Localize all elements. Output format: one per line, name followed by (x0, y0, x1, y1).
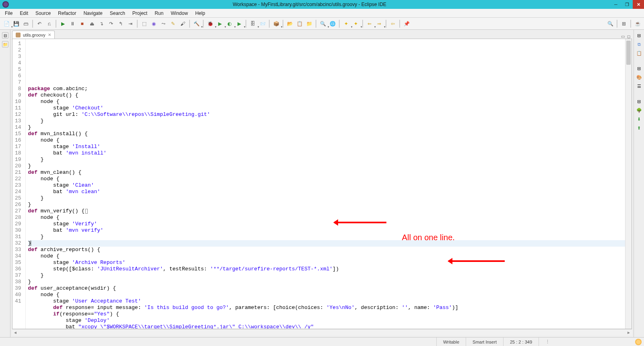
step-over-icon[interactable]: ↷ (107, 20, 115, 28)
build-icon[interactable]: 🔨▾ (192, 20, 200, 28)
code-line[interactable]: } (28, 124, 625, 131)
code-line[interactable]: stage 'Install' (28, 144, 625, 150)
menu-source[interactable]: Source (32, 10, 54, 17)
properties-icon[interactable]: ☰ (636, 83, 642, 89)
undo-icon[interactable]: ↶ (35, 20, 43, 28)
maximize-button[interactable] (621, 0, 633, 9)
vertical-scrollbar[interactable] (625, 39, 632, 329)
code-line[interactable]: } (28, 234, 625, 240)
menu-refactor[interactable]: Refactor (55, 10, 79, 17)
save-icon[interactable]: 💾 (12, 20, 20, 28)
outline-icon[interactable]: ⧉ (636, 41, 642, 47)
code-line[interactable]: bat 'mvn verify' (28, 227, 625, 234)
debug-resume-icon[interactable]: ▶ (59, 20, 67, 28)
code-line[interactable]: node { (28, 99, 625, 105)
code-content[interactable]: package com.abcinc;def checkout() { node… (26, 39, 625, 329)
code-line[interactable]: package com.abcinc; (28, 86, 625, 92)
code-line[interactable]: stage 'Verify' (28, 221, 625, 227)
wand-icon[interactable]: ✎ (169, 20, 177, 28)
code-line[interactable]: git url: 'C:\\Software\\repos\\SimpleGre… (28, 111, 625, 118)
scroll-left-icon[interactable]: ◄ (12, 330, 19, 335)
debug-icon[interactable]: 🐞▾ (206, 20, 214, 28)
code-line[interactable]: def mvn_clean() { (28, 169, 625, 176)
menu-search[interactable]: Search (107, 10, 128, 17)
java-perspective-icon[interactable]: ☕ (634, 20, 642, 28)
next-annotation-icon[interactable]: ✦▾ (352, 20, 360, 28)
code-line[interactable]: } (28, 157, 625, 163)
menu-run[interactable]: Run (151, 10, 167, 17)
step-into-icon[interactable]: ↴ (97, 20, 105, 28)
menu-file[interactable]: File (2, 10, 16, 17)
code-line[interactable]: } (28, 272, 625, 279)
code-line[interactable]: } (28, 202, 625, 208)
code-line[interactable]: stage 'Deploy' (28, 317, 625, 324)
new-package-icon[interactable]: 📦▾ (272, 20, 280, 28)
code-line[interactable]: node { (28, 214, 625, 221)
back-icon[interactable]: ⇐▾ (365, 20, 374, 28)
debug-pause-icon[interactable]: ⏸ (68, 20, 76, 28)
new-icon[interactable]: 📄▾ (2, 20, 10, 28)
menu-project[interactable]: Project (129, 10, 151, 17)
code-line[interactable]: step([$class: 'JUnitResultArchiver', tes… (28, 266, 625, 272)
code-line[interactable]: stage 'Archive Reports' (28, 260, 625, 266)
code-line[interactable]: def checkout() { (28, 92, 625, 99)
menu-navigate[interactable]: Navigate (80, 10, 105, 17)
code-line[interactable]: stage 'User Acceptance Test' (28, 298, 625, 305)
scrollbar-thumb[interactable] (626, 41, 631, 65)
step-return-icon[interactable]: ↰ (117, 20, 125, 28)
code-line[interactable]: node { (28, 292, 625, 298)
search-icon[interactable]: 🔍▾ (319, 20, 327, 28)
skip-breakpoints-icon[interactable]: ⤳ (159, 20, 167, 28)
code-line[interactable]: def response= input message: 'Is this bu… (28, 305, 625, 311)
palette-icon[interactable]: 🎨 (636, 74, 642, 80)
code-line[interactable]: def mvn_install() { (28, 131, 625, 137)
drop-to-frame-icon[interactable]: ⇥ (126, 20, 134, 28)
coverage-icon[interactable]: ◐▾ (225, 20, 233, 28)
open-perspective-icon[interactable]: ⊞ (620, 20, 628, 28)
instruction-pointer-icon[interactable]: ⬚ (140, 20, 148, 28)
open-resource-icon[interactable]: 📁 (305, 20, 313, 28)
code-line[interactable]: bat 'mvn clean' (28, 189, 625, 195)
quick-access-icon[interactable]: 🔍 (606, 20, 614, 28)
open-type-icon[interactable]: 📂 (286, 20, 294, 28)
paint-icon[interactable]: 🖌 (179, 20, 187, 28)
restore-view-icon[interactable]: ⊟ (2, 32, 8, 39)
close-button[interactable] (633, 0, 644, 9)
code-line[interactable]: stage 'Checkout' (28, 105, 625, 111)
external-tools-icon[interactable]: ▶▾ (235, 20, 243, 28)
last-edit-icon[interactable]: ⇦ (389, 20, 397, 28)
code-editor[interactable]: 1234567891011121314151617181920212223242… (12, 39, 632, 329)
run-icon[interactable]: ▶▾ (216, 20, 224, 28)
redo-icon[interactable]: ⎌ (45, 20, 53, 28)
web-icon[interactable]: 🌐 (328, 20, 336, 28)
code-line[interactable]: } (28, 279, 625, 285)
menu-help[interactable]: Help (192, 10, 208, 17)
breakpoint-icon[interactable]: ◉ (150, 20, 158, 28)
minimize-editor-icon[interactable]: ▭ (621, 34, 625, 39)
save-all-icon[interactable]: 🗃 (22, 20, 30, 28)
open-task-icon[interactable]: 📋 (295, 20, 303, 28)
code-line[interactable]: if(response=="Yes") { (28, 311, 625, 317)
new-server-icon[interactable]: 🗄▾ (249, 20, 257, 28)
code-line[interactable]: } (28, 163, 625, 169)
deploy-icon[interactable]: 📨 (258, 20, 266, 28)
code-line[interactable]: def mvn_verify() { (28, 208, 625, 214)
close-tab-icon[interactable]: ✕ (48, 33, 51, 37)
code-line[interactable]: bat "xcopy \"$WORKSPACE\\target\\SimpleG… (28, 324, 625, 329)
code-line[interactable]: node { (28, 176, 625, 182)
menu-window[interactable]: Window (167, 10, 191, 17)
horizontal-scrollbar[interactable]: ◄ ► (12, 329, 632, 336)
hierarchy-icon[interactable]: 🌳 (636, 107, 642, 113)
debug-stop-icon[interactable]: ■ (78, 20, 86, 28)
code-line[interactable]: node { (28, 253, 625, 260)
minimize-button[interactable] (610, 0, 621, 9)
tab-utils-groovy[interactable]: utils.groovy ✕ (12, 31, 55, 39)
code-line[interactable]: } (28, 240, 625, 247)
code-line[interactable]: bat 'mvn install' (28, 150, 625, 157)
maximize-editor-icon[interactable]: ◻ (627, 34, 630, 39)
restore-view-icon[interactable]: ⊟ (636, 98, 642, 105)
pin-icon[interactable]: 📌 (402, 20, 411, 28)
restore-view-icon[interactable]: ⊟ (636, 65, 642, 72)
task-list-icon[interactable]: 📋 (636, 50, 642, 56)
restore-view-icon[interactable]: ⊟ (636, 32, 642, 39)
